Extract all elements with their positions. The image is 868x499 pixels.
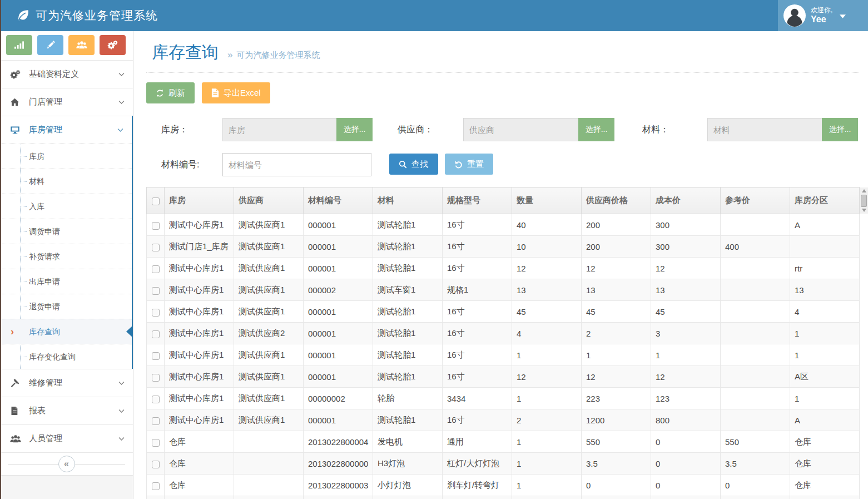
supplier-select-button[interactable]: 选择...: [578, 118, 614, 141]
table-row[interactable]: 测试中心库房1测试供应商2000001测试轮胎116寸4231: [147, 323, 860, 344]
sidebar-subitem[interactable]: 出库申请: [0, 269, 132, 294]
table-cell: 测试轮胎1: [373, 214, 443, 236]
search-button[interactable]: 查找: [389, 154, 438, 175]
table-row[interactable]: 测试中心库房1测试供应商1000001测试轮胎116寸21200800A: [147, 409, 860, 431]
table-cell: 测试中心库房1: [165, 279, 234, 301]
table-row[interactable]: 测试中心库房1测试供应商1000001测试轮胎116寸1111: [147, 344, 860, 366]
material-no-input[interactable]: [222, 153, 371, 176]
table-cell: [721, 258, 790, 279]
table-cell: 12: [512, 258, 582, 279]
sidebar-subitem[interactable]: 补货请求: [0, 244, 132, 269]
sidebar-subitem[interactable]: 调货申请: [0, 219, 132, 244]
sidebar-item-label: 维修管理: [29, 378, 118, 388]
scrollbar-thumb[interactable]: [861, 195, 867, 207]
reset-button[interactable]: 重置: [445, 154, 493, 175]
row-checkbox[interactable]: [152, 482, 160, 490]
table-cell: 000001: [304, 366, 373, 388]
sidebar-subitem[interactable]: 入库: [0, 194, 132, 219]
table-cell: 13: [651, 279, 721, 301]
table-cell: 小灯灯泡: [373, 475, 443, 496]
warehouse-input[interactable]: [222, 118, 336, 141]
table-cell: 轮胎: [373, 388, 443, 409]
row-checkbox[interactable]: [152, 309, 160, 317]
row-checkbox[interactable]: [152, 330, 160, 338]
sidebar-subitem[interactable]: 库存变化查询: [0, 344, 132, 369]
sidebar-collapse-button[interactable]: «: [0, 452, 133, 475]
chevron-down-icon: [118, 379, 125, 387]
users-icon: [76, 41, 87, 50]
table-row[interactable]: 测试中心库房1测试供应商1000001测试轮胎116寸4545454: [147, 301, 860, 323]
members-shortcut-button[interactable]: [68, 35, 95, 55]
scroll-down-icon[interactable]: [862, 209, 866, 212]
select-all-checkbox[interactable]: [152, 197, 160, 205]
chevron-down-icon: [840, 11, 846, 21]
table-cell: [721, 388, 790, 409]
table-cell: 16寸: [443, 344, 512, 366]
table-cell: 1: [651, 344, 721, 366]
sidebar-item[interactable]: 人员管理: [0, 424, 133, 452]
table-cell: 1: [790, 344, 860, 366]
table-row[interactable]: 测试中心库房1测试供应商1000001测试轮胎116寸121212rtr: [147, 258, 860, 279]
export-excel-button[interactable]: 导出Excel: [202, 82, 270, 103]
row-checkbox[interactable]: [152, 244, 160, 251]
sidebar-item[interactable]: 门店管理: [0, 88, 133, 116]
table-row[interactable]: 仓库2013022800003小灯灯泡刹车灯/转弯灯1000仓库: [147, 475, 860, 496]
refresh-button[interactable]: 刷新: [146, 82, 195, 103]
supplier-input[interactable]: [463, 118, 578, 141]
table-row[interactable]: 测试中心库房1测试供应商1000001测试轮胎116寸40200300A: [147, 214, 860, 236]
top-header: 可为汽修业务管理系统 欢迎你, Yee: [0, 0, 868, 31]
material-select-button[interactable]: 选择...: [822, 118, 858, 141]
table-cell: 1200: [582, 409, 651, 431]
edit-shortcut-button[interactable]: [37, 35, 63, 55]
sidebar-item[interactable]: 维修管理: [0, 369, 133, 397]
sidebar-subitem[interactable]: 库房: [0, 144, 132, 169]
sidebar-item[interactable]: 基础资料定义: [0, 60, 133, 88]
sidebar-item[interactable]: 报表: [0, 397, 133, 424]
sidebar-subitem-label: 入库: [29, 202, 44, 211]
table-cell: 12: [582, 258, 651, 279]
table-cell: [234, 453, 304, 475]
table-cell: 测试轮胎1: [373, 301, 443, 323]
table-cell: [721, 301, 790, 323]
table-cell: [721, 279, 790, 301]
row-checkbox[interactable]: [152, 352, 160, 360]
user-menu[interactable]: 欢迎你, Yee: [778, 0, 868, 31]
stats-shortcut-button[interactable]: [6, 35, 32, 55]
row-checkbox[interactable]: [152, 417, 160, 425]
row-checkbox[interactable]: [152, 461, 160, 468]
row-checkbox[interactable]: [152, 265, 160, 273]
table-cell: 测试门店1_库房: [165, 236, 234, 258]
settings-shortcut-button[interactable]: [100, 35, 126, 55]
main-content: 库存查询 » 可为汽修业务管理系统 刷新 导出Excel 库房：: [133, 31, 868, 499]
table-cell: 12: [651, 258, 721, 279]
row-checkbox[interactable]: [152, 374, 160, 382]
grid-scrollbar[interactable]: [860, 187, 868, 214]
table-row[interactable]: 仓库2013022800004发电机通用15500550仓库: [147, 431, 860, 453]
table-row[interactable]: 测试门店1_库房测试供应商1000001测试轮胎116寸10200300400: [147, 236, 860, 258]
material-input[interactable]: [707, 118, 822, 141]
table-row[interactable]: 测试中心库房1测试供应商1000002测试车窗1规格113131313: [147, 279, 860, 301]
sidebar-subitem[interactable]: 退货申请: [0, 294, 132, 319]
row-checkbox[interactable]: [152, 287, 160, 295]
table-row[interactable]: 仓库2013022800000H3灯泡杠灯/大灯灯泡13.503.5仓库: [147, 453, 860, 475]
warehouse-select-button[interactable]: 选择...: [336, 118, 373, 141]
table-cell: 测试中心库房1: [165, 409, 234, 431]
table-row[interactable]: 测试中心库房1测试供应商1000001测试轮胎116寸121212A区: [147, 366, 860, 388]
sidebar-item[interactable]: 库房管理: [0, 116, 132, 144]
table-cell: 550: [721, 431, 790, 453]
table-cell: 400: [721, 236, 790, 258]
row-checkbox[interactable]: [152, 439, 160, 447]
scroll-up-icon[interactable]: [862, 189, 866, 192]
row-checkbox[interactable]: [152, 222, 160, 230]
table-cell: A: [790, 214, 860, 236]
table-cell: 刹车灯/转弯灯: [443, 475, 512, 496]
sidebar-subitem[interactable]: 材料: [0, 169, 132, 194]
table-row[interactable]: 测试中心库房1测试供应商100000002轮胎343412231231: [147, 388, 860, 409]
row-checkbox[interactable]: [152, 396, 160, 403]
table-cell: [721, 409, 790, 431]
table-cell: 2013022800003: [304, 475, 373, 496]
sidebar-item-label: 报表: [29, 406, 118, 416]
table-cell: 1: [512, 388, 582, 409]
sidebar-subitem[interactable]: ›库存查询: [0, 319, 132, 344]
undo-icon: [454, 160, 463, 169]
